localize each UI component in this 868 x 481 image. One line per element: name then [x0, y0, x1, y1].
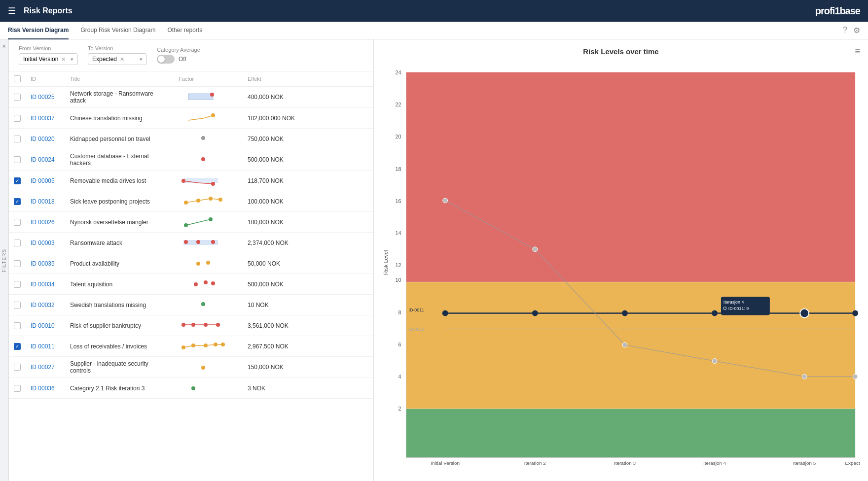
row-factor [174, 336, 243, 357]
sparkline [179, 381, 228, 393]
row-id-link[interactable]: ID 00026 [31, 219, 55, 226]
chart-area: 24 22 20 18 16 14 12 10 8 6 4 2 Risk Lev… [382, 62, 860, 473]
row-id-link[interactable]: ID 00003 [31, 240, 55, 246]
tabbar: Risk Version Diagram Group Risk Version … [0, 22, 868, 39]
to-version-clear[interactable]: ✕ [120, 56, 124, 63]
logo: profi1base [815, 5, 860, 17]
row-id-link[interactable]: ID 00032 [31, 302, 55, 309]
row-checkbox[interactable] [14, 281, 21, 288]
tab-other-reports[interactable]: Other reports [167, 22, 202, 39]
row-id-link[interactable]: ID 00035 [31, 260, 55, 267]
main-layout: ✕ FILTERS From Version Initial Version ✕… [0, 39, 868, 481]
row-id-link[interactable]: ID 00005 [31, 177, 55, 184]
svg-point-67 [533, 247, 538, 252]
svg-point-61 [622, 310, 628, 316]
svg-text:8: 8 [398, 309, 401, 315]
svg-point-28 [181, 345, 185, 349]
settings-icon[interactable]: ⚙ [853, 26, 860, 35]
svg-point-8 [184, 201, 188, 205]
row-checkbox[interactable] [14, 385, 21, 392]
tab-risk-version-diagram[interactable]: Risk Version Diagram [8, 22, 69, 39]
sparkline [179, 236, 228, 248]
row-checkbox[interactable] [14, 136, 21, 142]
svg-rect-0 [188, 94, 213, 100]
row-id-link[interactable]: ID 00011 [31, 343, 55, 350]
row-id-link[interactable]: ID 00027 [31, 364, 55, 371]
filters-close-icon[interactable]: ✕ [1, 44, 7, 48]
from-version-arrow[interactable]: ▾ [71, 56, 73, 63]
row-id-link[interactable]: ID 00024 [31, 156, 55, 163]
table-row: ID 00010Risk of supplier bankruptcy3,561… [9, 315, 373, 336]
table-row: ID 00032Swedish translations missing10 N… [9, 295, 373, 315]
row-effekt: 3,561,000 NOK [243, 315, 373, 336]
select-all-checkbox[interactable] [14, 75, 21, 82]
svg-point-3 [201, 136, 205, 140]
svg-point-1 [210, 93, 214, 97]
row-effekt: 150,000 NOK [243, 357, 373, 378]
hamburger-icon[interactable]: ☰ [8, 5, 16, 16]
from-version-select[interactable]: Initial Version ✕ ▾ [19, 53, 78, 65]
row-checkbox[interactable] [14, 240, 21, 246]
app-title: Risk Reports [24, 6, 72, 15]
row-factor [174, 87, 243, 108]
row-factor [174, 212, 243, 233]
row-id-link[interactable]: ID 00010 [31, 322, 55, 329]
to-version-group: To Version Expected ✕ ▾ [88, 45, 147, 65]
category-average-label: Category Average [157, 47, 200, 53]
table-row: ID 00003Ransomware attack2,374,000 NOK [9, 233, 373, 253]
svg-text:Iteration 2: Iteration 2 [524, 460, 546, 466]
svg-point-30 [204, 344, 208, 347]
category-average-toggle[interactable] [157, 55, 175, 64]
row-id-link[interactable]: ID 00036 [31, 385, 55, 392]
row-factor [174, 253, 243, 274]
row-id-link[interactable]: ID 00020 [31, 136, 55, 142]
row-checkbox[interactable] [14, 260, 21, 267]
svg-text:12: 12 [395, 263, 401, 269]
row-checkbox[interactable] [14, 156, 21, 163]
row-title: Loss of receivables / invoices [65, 336, 174, 357]
row-id-link[interactable]: ID 00034 [31, 281, 55, 288]
svg-text:Initial Version: Initial Version [431, 460, 460, 466]
to-version-arrow[interactable]: ▾ [140, 56, 143, 63]
row-title: Chinese translation missing [65, 108, 174, 129]
row-checkbox[interactable]: ✓ [14, 343, 21, 350]
risk-levels-chart: 24 22 20 18 16 14 12 10 8 6 4 2 Risk Lev… [382, 62, 860, 473]
row-checkbox[interactable] [14, 302, 21, 309]
row-checkbox[interactable] [14, 322, 21, 329]
svg-point-6 [181, 179, 185, 183]
sparkline [179, 91, 228, 103]
svg-rect-35 [406, 72, 855, 282]
svg-text:ID-0013: ID-0013 [408, 327, 424, 332]
svg-point-69 [712, 359, 717, 364]
svg-point-68 [622, 343, 627, 347]
row-checkbox[interactable] [14, 364, 21, 371]
svg-text:24: 24 [395, 69, 401, 75]
svg-point-62 [712, 310, 718, 316]
svg-text:ID-0011: 9: ID-0011: 9 [728, 306, 749, 311]
row-title: Kidnapped personnel on travel [65, 129, 174, 149]
row-checkbox[interactable]: ✓ [14, 177, 21, 184]
row-id-link[interactable]: ID 00018 [31, 198, 55, 205]
from-version-clear[interactable]: ✕ [61, 56, 66, 63]
row-checkbox[interactable]: ✓ [14, 198, 21, 205]
svg-point-27 [216, 323, 220, 327]
row-effekt: 118,700 NOK [243, 171, 373, 191]
svg-point-26 [204, 323, 208, 327]
svg-point-32 [221, 343, 225, 346]
row-id-link[interactable]: ID 00025 [31, 94, 55, 101]
svg-text:Expected: Expected [845, 460, 860, 466]
table-row: ID 00036Category 2.1 Risk iteration 33 N… [9, 378, 373, 399]
row-checkbox[interactable] [14, 219, 21, 226]
row-factor [174, 171, 243, 191]
svg-text:4: 4 [398, 374, 401, 379]
row-checkbox[interactable] [14, 115, 21, 122]
table-row: ✓ID 00018Sick leave postponing projects1… [9, 191, 373, 212]
help-icon[interactable]: ? [843, 26, 847, 35]
tab-group-risk-version-diagram[interactable]: Group Risk Version Diagram [80, 22, 155, 39]
sparkline [179, 174, 228, 186]
row-id-link[interactable]: ID 00037 [31, 115, 55, 122]
to-version-select[interactable]: Expected ✕ ▾ [88, 53, 147, 65]
row-checkbox[interactable] [14, 94, 21, 101]
table-row: ID 00027Supplier - inadequate security c… [9, 357, 373, 378]
chart-menu-icon[interactable]: ≡ [855, 46, 860, 57]
